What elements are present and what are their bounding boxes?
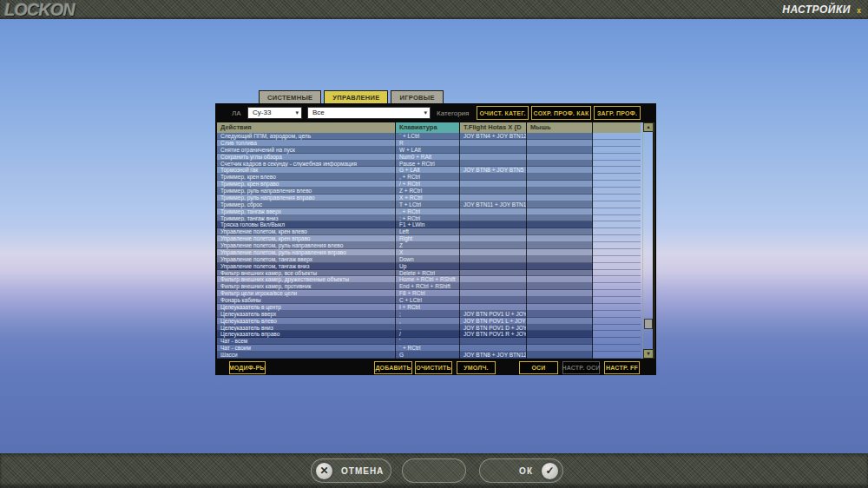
table-row[interactable]: Фильтр внешних камер, дружественные объе… [217,276,641,283]
tab-2[interactable]: ИГРОВЫЕ [391,90,443,103]
keyboard-cell[interactable]: ' [396,338,460,345]
footer-button-0[interactable]: МОДИФ-РЫ [229,361,266,374]
table-row[interactable]: Триммер, крен влево, + RCtrl [217,174,641,181]
action-cell[interactable]: Шасси [217,352,396,359]
action-cell[interactable]: Триммер, сброс [217,201,396,208]
footer-button-4[interactable]: ОСИ [519,361,558,374]
table-row[interactable]: Слив топливаR [217,140,641,147]
mouse-cell[interactable] [527,311,593,318]
mouse-cell[interactable] [527,325,593,332]
action-cell[interactable]: Фильтр цели игрока/все цели [217,290,396,297]
category-dropdown[interactable]: Все ▾ [307,107,431,119]
extra-cell[interactable] [593,201,641,208]
action-cell[interactable]: Триммер, руль направления вправо [217,195,396,201]
table-row[interactable]: Снятие ограничений на пускW + LAlt [217,147,641,154]
extra-cell[interactable] [593,133,641,140]
table-row[interactable]: Триммер, тангаж вверх. + RCtrl [217,208,641,215]
joystick-cell[interactable] [460,235,527,242]
table-row[interactable]: Чат - всем' [217,338,641,345]
keyboard-cell[interactable]: Z [396,242,460,249]
extra-cell[interactable] [593,174,641,181]
table-row[interactable]: Фильтр внешних камер, противникEnd + RCt… [217,283,641,290]
mouse-cell[interactable] [527,167,593,174]
mouse-cell[interactable] [527,174,593,181]
keyboard-cell[interactable]: G + LAlt [396,167,460,174]
keyboard-cell[interactable]: ` + LCtrl [396,133,460,140]
keyboard-cell[interactable]: Home + RCtrl + RShift [396,276,460,283]
table-row[interactable]: Фильтр внешних камер, все объектыDelete … [217,270,641,277]
action-cell[interactable]: Сохранить углы обзора [217,154,396,161]
extra-cell[interactable] [593,147,641,154]
joystick-cell[interactable] [460,270,527,277]
keyboard-cell[interactable]: W + LAlt [396,147,460,154]
joystick-cell[interactable]: JOY BTN POV1 R + JOY B [460,331,527,338]
keyboard-cell[interactable]: X + RCtrl [396,195,460,201]
action-cell[interactable]: Снятие ограничений на пуск [217,147,396,154]
joystick-cell[interactable] [460,256,527,263]
mouse-cell[interactable] [527,331,593,338]
keyboard-cell[interactable]: Down [396,256,460,263]
extra-cell[interactable] [593,331,641,338]
mouse-cell[interactable] [527,318,593,325]
keyboard-cell[interactable]: / + RCtrl [396,181,460,188]
keyboard-cell[interactable]: X [396,249,460,256]
extra-cell[interactable] [593,242,641,249]
extra-cell[interactable] [593,345,641,352]
joystick-cell[interactable]: JOY BTN POV1 L + JOY B [460,318,527,325]
table-row[interactable]: Управление полетом, руль направления вле… [217,242,641,249]
keyboard-cell[interactable]: . + RCtrl [396,208,460,215]
extra-cell[interactable] [593,215,641,222]
mouse-cell[interactable] [527,345,593,352]
mouse-cell[interactable] [527,154,593,161]
table-row[interactable]: Фильтр цели игрока/все целиF8 + RCtrl [217,290,641,297]
table-row[interactable]: Управление полетом, руль направления впр… [217,249,641,256]
action-cell[interactable]: Триммер, руль направления влево [217,188,396,195]
save-profile-as-button[interactable]: СОХР. ПРОФ. КАК [531,106,591,120]
mouse-cell[interactable] [527,133,593,140]
action-cell[interactable]: Управление полетом, руль направления вле… [217,242,396,249]
keyboard-cell[interactable]: I + RCtrl [396,304,460,311]
footer-button-6[interactable]: НАСТР. FF [604,361,640,374]
mouse-cell[interactable] [527,181,593,188]
settings-menu-label[interactable]: НАСТРОЙКИ [782,3,851,16]
extra-cell[interactable] [593,208,641,215]
action-cell[interactable]: Управление полетом, тангаж вверх [217,256,396,263]
joystick-cell[interactable]: JOY BTN4 + JOY BTN12 [460,133,527,140]
joystick-cell[interactable] [460,249,527,256]
action-cell[interactable]: Следующий ППМ, аэродром, цель [217,133,396,140]
mouse-cell[interactable] [527,221,593,228]
cancel-button[interactable]: ✕ ОТМЕНА [311,458,391,483]
action-cell[interactable]: Управление полетом, руль направления впр… [217,249,396,256]
mouse-cell[interactable] [527,140,593,147]
table-row[interactable]: Тряска головы Вкл/ВыклF1 + LWin [217,221,641,228]
extra-cell[interactable] [593,188,641,195]
keyboard-cell[interactable]: Right [396,235,460,242]
joystick-cell[interactable] [460,304,527,311]
table-row[interactable]: Управление полетом, крен влевоLeft [217,228,641,235]
mouse-cell[interactable] [527,290,593,297]
table-row[interactable]: Триммер, тангаж вниз; + RCtrl [217,215,641,222]
table-row[interactable]: Триммер, руль направления влевоZ + RCtrl [217,188,641,195]
extra-cell[interactable] [593,161,641,168]
keyboard-cell[interactable]: Pause + RCtrl [396,161,460,168]
joystick-cell[interactable] [460,195,527,201]
footer-button-1[interactable]: ДОБАВИТЬ [374,361,412,374]
tab-0[interactable]: СИСТЕМНЫЕ [259,90,321,103]
joystick-cell[interactable]: JOY BTN POV1 D + JOY B [460,325,527,332]
table-row[interactable]: Целеуказатель влево,JOY BTN POV1 L + JOY… [217,318,641,325]
joystick-cell[interactable] [460,283,527,290]
table-row[interactable]: Фонарь кабиныC + LCtrl [217,297,641,304]
table-row[interactable]: Счетчик кадров в секунду - служебная инф… [217,161,641,168]
table-row[interactable]: Управление полетом, тангаж вверхDown [217,256,641,263]
action-cell[interactable]: Фильтр внешних камер, все объекты [217,270,396,277]
keyboard-cell[interactable]: Num0 + RAlt [396,154,460,161]
table-scrollbar[interactable]: ▴ ▾ [642,122,654,359]
action-cell[interactable]: Фильтр внешних камер, противник [217,283,396,290]
action-cell[interactable]: Управление полетом, крен вправо [217,235,396,242]
table-row[interactable]: Управление полетом, тангаж внизUp [217,263,641,270]
keyboard-cell[interactable]: Delete + RCtrl [396,270,460,277]
keyboard-cell[interactable]: G [396,352,460,359]
extra-cell[interactable] [593,235,641,242]
action-cell[interactable]: Управление полетом, тангаж вниз [217,263,396,270]
joystick-cell[interactable] [460,215,527,222]
